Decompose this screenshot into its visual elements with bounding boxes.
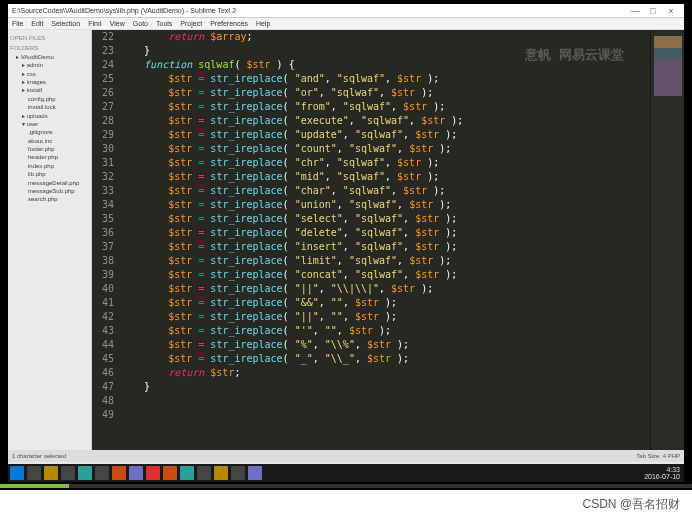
menu-view[interactable]: View (110, 20, 125, 27)
minimap[interactable] (650, 30, 684, 450)
sidebar-file[interactable]: install.lock (10, 103, 89, 111)
sidebar-folder[interactable]: ▸ admin (10, 61, 89, 69)
taskbar-icon[interactable] (248, 466, 262, 480)
taskbar[interactable]: 4:332016-07-10 (8, 464, 684, 482)
code-area[interactable]: return $array; } function sqlwaf( $str )… (120, 30, 650, 450)
sidebar-file[interactable]: header.php (10, 153, 89, 161)
sidebar-file[interactable]: index.php (10, 162, 89, 170)
sidebar-folder[interactable]: ▸ images (10, 78, 89, 86)
menu-preferences[interactable]: Preferences (210, 20, 248, 27)
menu-tools[interactable]: Tools (156, 20, 172, 27)
taskbar-icon[interactable] (197, 466, 211, 480)
menu-project[interactable]: Project (180, 20, 202, 27)
sidebar-file[interactable]: config.php (10, 95, 89, 103)
taskbar-icon[interactable] (27, 466, 41, 480)
sidebar[interactable]: OPEN FILESFOLDERS▸ VAuditDemo▸ admin▸ cs… (8, 30, 92, 450)
editor[interactable]: 2223242526272829303132333435363738394041… (92, 30, 684, 450)
sidebar-file[interactable]: lib.php (10, 170, 89, 178)
sidebar-open-files[interactable]: OPEN FILES (10, 34, 89, 42)
maximize-button[interactable]: □ (644, 6, 662, 16)
taskbar-icon[interactable] (146, 466, 160, 480)
titlebar: E:\SourceCodes\VAuditDemo\sys\lib.php (V… (8, 4, 684, 18)
sidebar-folders[interactable]: FOLDERS (10, 44, 89, 52)
start-button[interactable] (10, 466, 24, 480)
taskbar-icon[interactable] (44, 466, 58, 480)
window-title: E:\SourceCodes\VAuditDemo\sys\lib.php (V… (12, 7, 236, 14)
menu-selection[interactable]: Selection (51, 20, 80, 27)
sidebar-file[interactable]: .gitignore (10, 128, 89, 136)
taskbar-icon[interactable] (95, 466, 109, 480)
taskbar-icon[interactable] (112, 466, 126, 480)
sidebar-file[interactable]: footer.php (10, 145, 89, 153)
taskbar-icon[interactable] (214, 466, 228, 480)
sidebar-file[interactable]: messageDetail.php (10, 179, 89, 187)
system-clock[interactable]: 4:332016-07-10 (644, 466, 682, 480)
sidebar-folder[interactable]: ▸ uploads (10, 112, 89, 120)
minimize-button[interactable]: — (626, 6, 644, 16)
menu-file[interactable]: File (12, 20, 23, 27)
taskbar-icon[interactable] (231, 466, 245, 480)
close-button[interactable]: × (662, 6, 680, 16)
taskbar-icon[interactable] (163, 466, 177, 480)
video-progress[interactable] (0, 484, 692, 488)
sidebar-file[interactable]: search.php (10, 195, 89, 203)
sidebar-file[interactable]: about.inc (10, 137, 89, 145)
sidebar-root[interactable]: ▸ VAuditDemo (10, 53, 89, 61)
app-window: E:\SourceCodes\VAuditDemo\sys\lib.php (V… (8, 4, 684, 464)
menubar: FileEditSelectionFindViewGotoToolsProjec… (8, 18, 684, 30)
sidebar-folder[interactable]: ▸ css (10, 70, 89, 78)
page-footer: CSDN @吾名招财 (0, 490, 692, 518)
sidebar-folder[interactable]: ▸ install (10, 86, 89, 94)
taskbar-icon[interactable] (129, 466, 143, 480)
taskbar-icon[interactable] (61, 466, 75, 480)
status-left: 1 character selected (12, 453, 66, 459)
menu-help[interactable]: Help (256, 20, 270, 27)
taskbar-icon[interactable] (78, 466, 92, 480)
gutter: 2223242526272829303132333435363738394041… (92, 30, 120, 450)
menu-goto[interactable]: Goto (133, 20, 148, 27)
video-frame: E:\SourceCodes\VAuditDemo\sys\lib.php (V… (0, 0, 692, 490)
csdn-attribution: CSDN @吾名招财 (582, 496, 680, 513)
menu-edit[interactable]: Edit (31, 20, 43, 27)
sidebar-folder[interactable]: ▾ user (10, 120, 89, 128)
status-bar: 1 character selected Tab Size: 4 PHP (8, 450, 684, 462)
menu-find[interactable]: Find (88, 20, 102, 27)
sidebar-file[interactable]: messageSub.php (10, 187, 89, 195)
status-right[interactable]: Tab Size: 4 PHP (636, 453, 680, 459)
taskbar-icon[interactable] (180, 466, 194, 480)
